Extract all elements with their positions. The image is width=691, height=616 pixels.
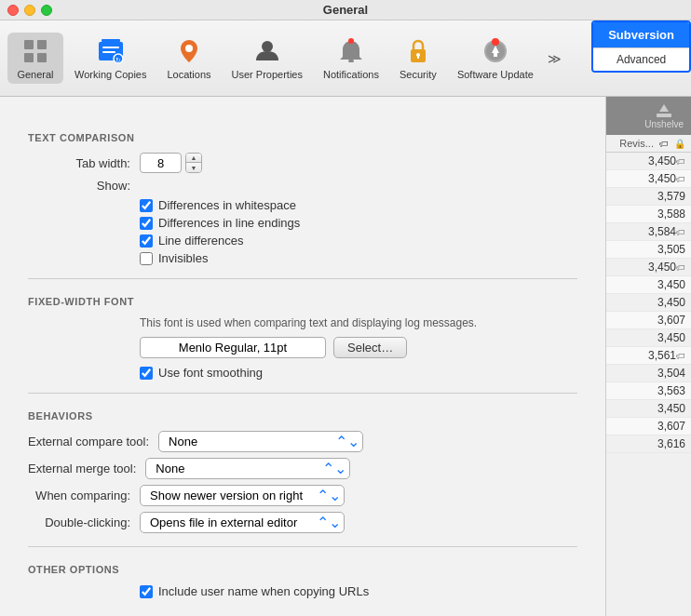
- toolbar: General ↻ Working Copies: [0, 20, 691, 97]
- font-display: Menlo Regular, 11pt: [140, 337, 326, 358]
- svg-point-12: [348, 38, 354, 44]
- show-label: Show:: [28, 179, 130, 193]
- tag-icon: 🏷: [676, 227, 685, 237]
- toolbar-item-user-properties[interactable]: User Properties: [223, 33, 312, 84]
- select-font-button[interactable]: Select…: [333, 337, 407, 358]
- notifications-icon: [336, 36, 366, 66]
- external-compare-label: External compare tool:: [28, 435, 149, 449]
- checkbox-whitespace[interactable]: [140, 199, 153, 212]
- subversion-button[interactable]: Subversion: [593, 22, 689, 47]
- show-row: Show:: [28, 179, 577, 193]
- toolbar-item-working-copies[interactable]: ↻ Working Copies: [65, 33, 156, 84]
- tab-width-row: Tab width: ▲ ▼: [28, 153, 577, 173]
- unshelve-button[interactable]: Unshelve: [644, 102, 684, 129]
- revision-list: 3,450🏷 3,450🏷 3,579 3,588 3,584🏷 3,505 3…: [606, 153, 691, 616]
- when-comparing-label: When comparing:: [28, 489, 130, 502]
- title-bar: General: [0, 0, 691, 20]
- section-divider-1: [28, 278, 577, 279]
- list-item: 3,616: [606, 435, 691, 453]
- maximize-button[interactable]: [41, 5, 52, 16]
- checkbox-line-diff[interactable]: [140, 234, 153, 248]
- when-comparing-dropdown[interactable]: Show newer version on right Show newer v…: [140, 485, 345, 506]
- list-item: 3,450🏷: [606, 153, 691, 170]
- tab-width-input[interactable]: [140, 153, 182, 173]
- tab-width-label: Tab width:: [28, 156, 130, 170]
- checkbox-whitespace-label: Differences in whitespace: [158, 198, 296, 212]
- when-comparing-select[interactable]: Show newer version on right Show newer v…: [140, 485, 345, 506]
- checkbox-invisibles[interactable]: [140, 252, 153, 265]
- checkbox-line-endings[interactable]: [140, 217, 153, 230]
- double-clicking-select[interactable]: Opens file in external editor: [140, 512, 345, 533]
- checkbox-row-invisibles: Invisibles: [140, 251, 577, 265]
- stepper-arrows: ▲ ▼: [185, 153, 202, 173]
- tag-column-icon: 🏷: [659, 139, 669, 149]
- advanced-button[interactable]: Advanced: [593, 47, 689, 71]
- svg-rect-16: [417, 55, 419, 59]
- toolbar-label-user-properties: User Properties: [232, 69, 303, 80]
- toolbar-label-working-copies: Working Copies: [75, 69, 146, 80]
- stepper-down[interactable]: ▼: [186, 163, 201, 172]
- checkbox-line-endings-label: Differences in line endings: [158, 216, 300, 230]
- toolbar-item-security[interactable]: Security: [390, 33, 446, 84]
- checkbox-row-smoothing: Use font smoothing: [140, 366, 577, 380]
- list-item: 3,607: [606, 418, 691, 435]
- external-compare-dropdown[interactable]: None ⌃⌄: [158, 431, 363, 452]
- unshelve-icon: [655, 102, 673, 119]
- toolbar-label-general: General: [17, 69, 53, 80]
- external-compare-select[interactable]: None: [158, 431, 363, 452]
- toolbar-item-software-update[interactable]: Software Update: [448, 33, 543, 84]
- font-description: This font is used when comparing text an…: [140, 316, 577, 329]
- checkbox-row-line-diff: Line differences: [140, 234, 577, 248]
- svg-point-10: [185, 45, 193, 52]
- toolbar-label-software-update: Software Update: [457, 69, 534, 80]
- external-merge-dropdown[interactable]: None ⌃⌄: [145, 458, 350, 479]
- right-panel-column-header: Revis... 🏷 🔒: [606, 135, 691, 153]
- list-item: 3,584🏷: [606, 223, 691, 241]
- svg-rect-13: [348, 60, 354, 62]
- checkbox-include-username[interactable]: [140, 585, 153, 598]
- external-merge-select[interactable]: None: [145, 458, 350, 479]
- toolbar-label-security: Security: [400, 69, 437, 80]
- preferences-panel: TEXT COMPARISON Tab width: ▲ ▼ Show: Dif…: [0, 97, 605, 616]
- external-compare-row: External compare tool: None ⌃⌄: [28, 431, 577, 452]
- list-item: 3,450🏷: [606, 170, 691, 188]
- external-merge-row: External merge tool: None ⌃⌄: [28, 458, 577, 479]
- svg-rect-2: [24, 53, 34, 62]
- double-clicking-dropdown[interactable]: Opens file in external editor ⌃⌄: [140, 512, 345, 533]
- toolbar-items: General ↻ Working Copies: [7, 33, 684, 84]
- list-item: 3,607: [606, 312, 691, 329]
- window-title: General: [323, 3, 368, 17]
- toolbar-overflow-button[interactable]: ≫: [545, 48, 565, 69]
- stepper-up[interactable]: ▲: [186, 154, 201, 163]
- close-button[interactable]: [7, 5, 19, 16]
- tag-icon: 🏷: [676, 262, 685, 273]
- tag-icon: 🏷: [676, 156, 685, 167]
- working-copies-icon: ↻: [96, 36, 126, 66]
- list-item: 3,504: [606, 365, 691, 382]
- list-item: 3,563: [606, 382, 691, 400]
- traffic-lights: [7, 5, 52, 16]
- list-item: 3,579: [606, 188, 691, 206]
- checkbox-row-include-username: Include user name when copying URLs: [140, 584, 577, 598]
- tag-icon: 🏷: [676, 351, 685, 361]
- tab-width-stepper[interactable]: ▲ ▼: [140, 153, 202, 173]
- svg-rect-7: [102, 51, 115, 53]
- svg-rect-3: [37, 53, 47, 62]
- revision-column-header: Revis...: [619, 138, 654, 149]
- toolbar-item-locations[interactable]: Locations: [157, 33, 220, 84]
- svg-rect-0: [24, 40, 34, 49]
- double-clicking-row: Double-clicking: Opens file in external …: [28, 512, 577, 533]
- toolbar-item-notifications[interactable]: Notifications: [314, 33, 388, 84]
- svg-rect-6: [102, 47, 119, 48]
- toolbar-item-general[interactable]: General: [7, 33, 63, 84]
- fixed-width-font-section-title: FIXED-WIDTH FONT: [28, 296, 577, 307]
- checkbox-row-line-endings: Differences in line endings: [140, 216, 577, 230]
- minimize-button[interactable]: [24, 5, 35, 16]
- svg-point-11: [262, 41, 273, 52]
- svg-rect-1: [37, 40, 47, 49]
- unshelve-label: Unshelve: [644, 119, 684, 129]
- list-item: 3,588: [606, 206, 691, 223]
- checkbox-font-smoothing[interactable]: [140, 367, 153, 380]
- list-item: 3,450: [606, 329, 691, 347]
- svg-text:↻: ↻: [115, 57, 121, 63]
